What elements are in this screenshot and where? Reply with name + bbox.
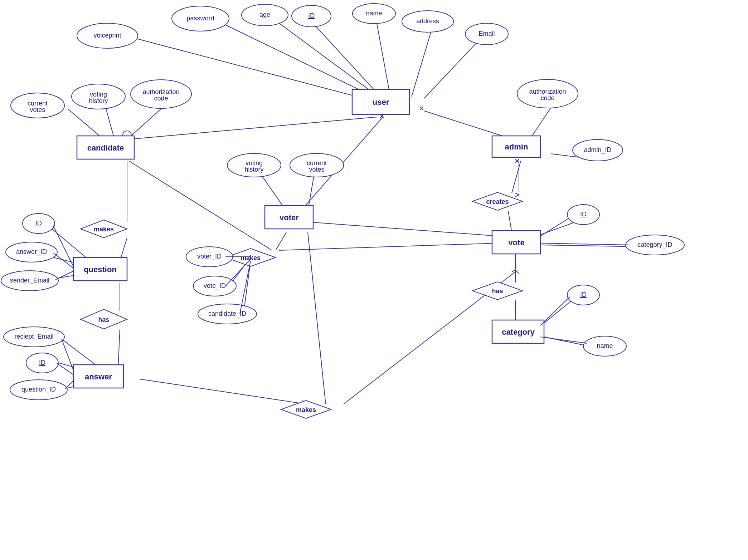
svg-line-9 xyxy=(424,111,514,139)
attr-auth-code-cand-label: authorization xyxy=(142,88,179,95)
svg-line-1 xyxy=(218,21,377,98)
rel-has-question-label: has xyxy=(98,316,109,323)
svg-line-2 xyxy=(272,18,377,96)
svg-line-22 xyxy=(279,243,497,250)
attr-vote-id-rel-label: vote_ID xyxy=(204,282,226,290)
svg-line-51 xyxy=(140,379,306,404)
svg-line-21 xyxy=(276,232,286,250)
attr-category-id-v-label: category_ID xyxy=(637,241,672,249)
attr-name-label: name xyxy=(366,10,382,17)
attr-current-votes-cand-label: current xyxy=(28,100,48,107)
svg-line-6 xyxy=(424,36,483,98)
entity-category-label: category xyxy=(502,328,535,337)
attr-receipt-email-label: reciept_Email xyxy=(14,333,53,340)
svg-line-54 xyxy=(308,232,326,404)
attr-vote-id-label: ID xyxy=(580,211,587,218)
svg-line-4 xyxy=(376,18,390,95)
attr-voting-history-voter-label: voting xyxy=(246,159,263,167)
attr-auth-code-admin-label: authorization xyxy=(529,88,566,95)
attr-current-votes-voter-label: current xyxy=(307,159,327,167)
entity-candidate-label: candidate xyxy=(87,143,124,152)
svg-line-40 xyxy=(508,211,512,232)
attr-auth-code-admin-label2: code xyxy=(540,94,554,102)
attr-voting-history-voter-label2: history xyxy=(244,166,263,173)
svg-line-12 xyxy=(127,107,163,139)
svg-line-67 xyxy=(225,259,251,286)
attr-user-id-label: ID xyxy=(308,12,315,19)
entity-admin-label: admin xyxy=(505,142,528,151)
svg-line-5 xyxy=(412,25,433,97)
attr-password-label: password xyxy=(186,15,214,22)
svg-line-25 xyxy=(304,222,497,236)
attr-category-id-label: ID xyxy=(580,291,587,298)
attr-email-label: Email xyxy=(479,30,495,37)
svg-line-10 xyxy=(68,109,104,139)
svg-line-11 xyxy=(106,107,115,139)
svg-line-80 xyxy=(515,193,519,195)
rel-makes-voter-label: makes xyxy=(241,254,261,261)
svg-line-70 xyxy=(540,243,630,245)
svg-line-13 xyxy=(530,107,551,139)
svg-line-56 xyxy=(515,270,519,274)
svg-line-72 xyxy=(540,337,587,343)
svg-line-69 xyxy=(540,218,569,236)
attr-voiceprint-label: voiceprint xyxy=(93,32,121,39)
svg-line-71 xyxy=(540,297,570,325)
svg-line-47 xyxy=(537,222,576,236)
svg-line-39 xyxy=(512,161,521,193)
attr-category-name-label: name xyxy=(597,342,613,349)
entity-user-label: user xyxy=(373,98,389,107)
attr-voting-history-cand-label2: history xyxy=(89,97,108,104)
entity-question-label: question xyxy=(84,265,117,274)
attr-address-label: address xyxy=(416,18,439,25)
attr-current-votes-voter-label2: votes xyxy=(309,166,324,173)
svg-line-30 xyxy=(118,329,120,368)
attr-voting-history-cand-label: voting xyxy=(90,91,107,98)
entity-answer-label: answer xyxy=(85,372,112,381)
attr-sender-email-label: sender_Email xyxy=(10,277,49,284)
entity-vote-label: vote xyxy=(508,238,524,247)
attr-age-label: age xyxy=(259,11,270,18)
svg-line-81 xyxy=(515,195,519,197)
rel-makes-candidate-label: makes xyxy=(94,226,114,233)
svg-line-3 xyxy=(311,21,379,95)
attr-voter-id-label: voter_ID xyxy=(197,253,222,260)
attr-answer-id-q-label: answer_ID xyxy=(16,248,47,256)
rel-makes-answer-label: makes xyxy=(296,406,316,413)
attr-question-id-label: ID xyxy=(35,220,42,227)
svg-line-57 xyxy=(512,270,515,272)
attr-current-votes-cand-label2: votes xyxy=(30,106,45,113)
rel-creates-label: creates xyxy=(486,198,509,205)
entity-voter-label: voter xyxy=(280,213,299,222)
rel-has-vote-label: has xyxy=(492,288,503,295)
er-diagram: .entity { fill: white; stroke: #3333aa; … xyxy=(0,0,748,560)
svg-line-7 xyxy=(127,117,377,139)
attr-auth-code-cand-label2: code xyxy=(154,95,168,102)
svg-line-36 xyxy=(63,340,100,368)
attr-admin-id-label: admin_ID xyxy=(584,146,611,154)
svg-line-75 xyxy=(55,271,73,280)
attr-answer-id-label: ID xyxy=(39,359,45,366)
attr-question-id-a-label: question_ID xyxy=(21,386,56,393)
